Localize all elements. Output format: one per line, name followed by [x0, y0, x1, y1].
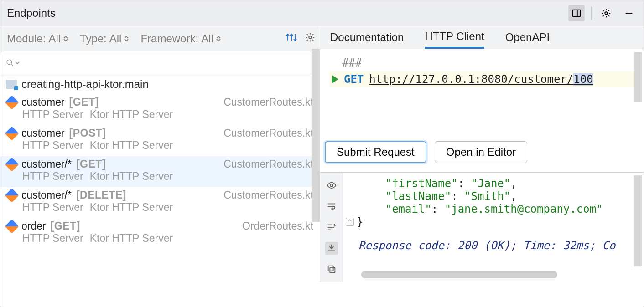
route-icon: [5, 157, 19, 171]
endpoint-method: [GET]: [76, 158, 106, 170]
action-bar: Submit Request Open in Editor: [320, 132, 644, 172]
tab-documentation[interactable]: Documentation: [330, 26, 404, 49]
endpoint-method: [GET]: [51, 220, 80, 232]
filter-bar: Module: All Type: All Fram: [0, 26, 320, 51]
endpoint-name: customer/*: [21, 189, 72, 201]
endpoint-server: HTTP Server: [22, 201, 83, 213]
endpoint-method: [DELETE]: [76, 189, 126, 201]
minimize-icon[interactable]: [621, 5, 637, 21]
endpoint-file: CustomerRoutes.kt: [223, 127, 313, 139]
endpoint-method: [POST]: [69, 127, 106, 139]
run-icon[interactable]: [332, 75, 338, 83]
json-line: "lastName": "Smith",: [346, 190, 644, 203]
chevron-updown-icon: [124, 36, 129, 41]
route-icon: [5, 95, 19, 109]
gear-icon[interactable]: [305, 32, 315, 45]
endpoint-framework: Ktor HTTP Server: [90, 139, 173, 151]
endpoint-row[interactable]: customer/* [GET]CustomerRoutes.ktHTTP Se…: [0, 156, 320, 187]
svg-point-8: [7, 60, 12, 65]
chevron-updown-icon: [216, 36, 221, 41]
endpoint-file: CustomerRoutes.kt: [223, 158, 313, 170]
response-body[interactable]: "firstName": "Jane", "lastName": "Smith"…: [343, 173, 644, 282]
scrollbar-vertical[interactable]: [634, 52, 642, 102]
response-area: "firstName": "Jane", "lastName": "Smith"…: [320, 172, 644, 282]
json-line: "firstName": "Jane",: [346, 177, 644, 190]
endpoint-file: OrderRoutes.kt: [242, 220, 313, 232]
folder-icon: [6, 80, 17, 89]
endpoint-name: order: [21, 220, 46, 232]
endpoint-server: HTTP Server: [22, 170, 83, 182]
search-icon[interactable]: [6, 59, 20, 67]
filter-type[interactable]: Type: All: [80, 32, 129, 45]
filter-config-icon[interactable]: [286, 32, 297, 45]
endpoint-row[interactable]: customer/* [DELETE]CustomerRoutes.ktHTTP…: [0, 187, 320, 218]
endpoint-server: HTTP Server: [22, 232, 83, 244]
http-method: GET: [344, 73, 364, 86]
endpoint-framework: Ktor HTTP Server: [90, 201, 173, 213]
endpoint-row[interactable]: customer [POST]CustomerRoutes.ktHTTP Ser…: [0, 125, 320, 156]
endpoint-name: customer: [21, 127, 65, 139]
fold-icon[interactable]: ⌃: [346, 218, 354, 226]
copy-icon[interactable]: [325, 263, 338, 276]
request-line: GET http://127.0.0.1:8080/customer/100: [329, 71, 634, 87]
endpoint-name: customer/*: [21, 158, 72, 170]
json-line: "email": "jane.smith@company.com": [346, 203, 644, 215]
search-bar: [0, 51, 320, 74]
project-label: creating-http-api-ktor.main: [21, 78, 149, 91]
endpoint-framework: Ktor HTTP Server: [90, 232, 173, 244]
endpoint-file: CustomerRoutes.kt: [223, 189, 313, 201]
response-gutter: [320, 173, 343, 282]
detail-pane: Documentation HTTP Client OpenAPI ### GE…: [320, 26, 644, 282]
project-node[interactable]: creating-http-api-ktor.main: [0, 74, 320, 94]
svg-rect-18: [328, 266, 333, 271]
tab-http-client[interactable]: HTTP Client: [425, 26, 484, 49]
endpoint-list: creating-http-api-ktor.main customer [GE…: [0, 74, 320, 249]
filter-framework[interactable]: Framework: All: [140, 32, 220, 45]
wrap-icon[interactable]: [325, 200, 338, 213]
svg-point-2: [605, 12, 608, 15]
search-input[interactable]: [22, 57, 314, 69]
request-separator: ###: [329, 56, 634, 69]
route-icon: [5, 188, 19, 202]
json-close-brace: }: [357, 215, 363, 228]
chevron-updown-icon: [63, 36, 68, 41]
submit-request-button[interactable]: Submit Request: [325, 141, 426, 163]
response-status: Response code: 200 (OK); Time: 32ms; Co: [346, 239, 644, 252]
endpoint-method: [GET]: [69, 96, 99, 108]
filter-module[interactable]: Module: All: [7, 32, 68, 45]
svg-rect-17: [330, 267, 335, 272]
scroll-to-end-icon[interactable]: [325, 242, 338, 255]
scrollbar-horizontal[interactable]: [361, 271, 557, 278]
endpoint-server: HTTP Server: [22, 108, 83, 120]
open-in-editor-button[interactable]: Open in Editor: [435, 141, 527, 163]
layout-toggle-icon[interactable]: [568, 5, 585, 21]
sort-icon[interactable]: [325, 221, 338, 234]
gear-icon[interactable]: [598, 5, 614, 21]
tab-openapi[interactable]: OpenAPI: [505, 26, 550, 49]
svg-line-9: [11, 64, 13, 66]
endpoint-file: CustomerRoutes.kt: [223, 96, 313, 108]
endpoint-framework: Ktor HTTP Server: [90, 108, 173, 120]
svg-rect-0: [573, 10, 581, 16]
route-icon: [5, 219, 19, 233]
http-url[interactable]: http://127.0.0.1:8080/customer/100: [369, 73, 593, 86]
endpoint-row[interactable]: customer [GET]CustomerRoutes.ktHTTP Serv…: [0, 94, 320, 125]
route-icon: [5, 126, 19, 140]
endpoint-framework: Ktor HTTP Server: [90, 170, 173, 182]
endpoint-row[interactable]: order [GET]OrderRoutes.ktHTTP ServerKtor…: [0, 218, 320, 249]
detail-tabs: Documentation HTTP Client OpenAPI: [320, 26, 644, 49]
endpoint-name: customer: [21, 96, 65, 108]
titlebar-divider: [591, 6, 592, 20]
titlebar: Endpoints: [0, 0, 644, 26]
titlebar-actions: [568, 5, 637, 21]
panel-title: Endpoints: [7, 7, 568, 20]
main-split: Module: All Type: All Fram: [0, 26, 644, 282]
view-icon[interactable]: [325, 179, 338, 192]
endpoints-pane: Module: All Type: All Fram: [0, 26, 320, 282]
svg-point-7: [309, 36, 312, 39]
scrollbar-vertical[interactable]: [634, 175, 642, 266]
svg-point-10: [330, 184, 333, 187]
request-editor[interactable]: ### GET http://127.0.0.1:8080/customer/1…: [320, 49, 644, 132]
endpoint-server: HTTP Server: [22, 139, 83, 151]
scrollbar-vertical[interactable]: [312, 49, 320, 222]
